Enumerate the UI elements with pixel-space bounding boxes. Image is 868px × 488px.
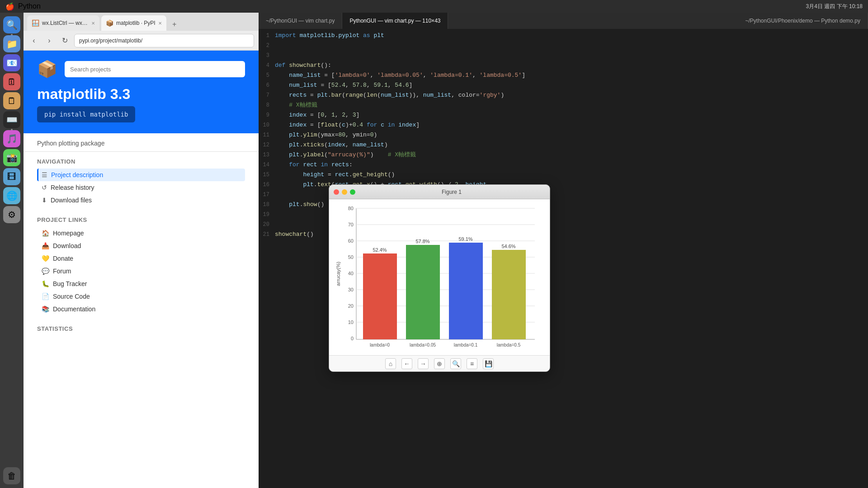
browser-toolbar: ‹ › ↻ [24, 31, 259, 51]
svg-text:59.1%: 59.1% [458, 236, 472, 242]
svg-text:52.4%: 52.4% [373, 247, 387, 253]
dock-safari[interactable]: 🌐 [3, 187, 20, 204]
svg-text:54.6%: 54.6% [501, 244, 515, 249]
dock-trash[interactable]: 🗑 [3, 467, 20, 484]
project-link-donate[interactable]: 💛 Donate [37, 252, 245, 265]
fig-zoom-button[interactable]: 🔍 [450, 358, 461, 369]
link-icon-source-code: 📄 [42, 293, 49, 300]
figure-close-button[interactable] [334, 189, 339, 195]
url-bar[interactable] [74, 34, 254, 47]
browser-panel: 🪟 wx.ListCtrl — wxPython Phoe... ✕ 📦 mat… [24, 13, 259, 488]
project-link-homepage[interactable]: 🏠 Homepage [37, 227, 245, 239]
editor-tabs-bar: ~/PythonGUI — vim chart.py PythonGUI — v… [259, 13, 868, 29]
editor-tab-3[interactable]: ~/PythonGUI/Phoenix/demo — Python demo.p… [738, 13, 868, 29]
link-label-forum: Forum [53, 267, 71, 275]
figure-title: Figure 1 [358, 189, 545, 195]
fig-home-button[interactable]: ⌂ [385, 358, 396, 369]
dock-calendar[interactable]: 🗓 [3, 73, 20, 90]
dock-settings[interactable]: ⚙ [3, 206, 20, 223]
project-link-source-code[interactable]: 📄 Source Code [37, 290, 245, 303]
dock-notes[interactable]: 🗒 [3, 92, 20, 109]
pypi-navigation-section: Navigation ☰ Project description ↺ Relea… [24, 152, 259, 210]
code-line-10: 10 index = [float(c)+0.4 for c in index] [259, 120, 868, 130]
pypi-description: Python plotting package [24, 133, 259, 152]
project-link-download[interactable]: 📥 Download [37, 239, 245, 252]
browser-tabs-bar: 🪟 wx.ListCtrl — wxPython Phoe... ✕ 📦 mat… [24, 13, 259, 31]
pypi-header: 📦 matplotlib 3.3 pip install matplotlib [24, 51, 259, 133]
bar-lambda-0 [363, 253, 397, 339]
dock-finder[interactable]: 🔍 [3, 16, 20, 33]
project-link-documentation[interactable]: 📚 Documentation [37, 303, 245, 315]
figure-minimize-button[interactable] [342, 189, 347, 195]
link-label-homepage: Homepage [53, 230, 84, 237]
bar-lambda-05 [492, 250, 526, 339]
xlabel-lambda05: lambda=0.5 [497, 343, 521, 347]
dock-music[interactable]: 🎵 [3, 130, 20, 147]
xlabel-lambda0: lambda=0 [370, 343, 390, 347]
back-button[interactable]: ‹ [28, 35, 40, 47]
fig-save-button[interactable]: 💾 [483, 358, 494, 369]
nav-icon-release-history: ↺ [42, 184, 47, 191]
link-icon-documentation: 📚 [42, 305, 49, 313]
nav-icon-download-files: ⬇ [42, 197, 47, 204]
dock-folder[interactable]: 📁 [3, 35, 20, 52]
pypi-pip-command[interactable]: pip install matplotlib [37, 106, 135, 122]
figure-maximize-button[interactable] [350, 189, 355, 195]
editor-tab-1[interactable]: ~/PythonGUI — vim chart.py [259, 13, 342, 29]
tab-close-1[interactable]: ✕ [91, 21, 95, 26]
code-line-9: 9 index = [0, 1, 2, 3] [259, 110, 868, 120]
nav-item-release-history[interactable]: ↺ Release history [37, 181, 245, 194]
pypi-nav-title: Navigation [37, 158, 245, 165]
tab-close-2[interactable]: ✕ [158, 21, 162, 26]
pypi-project-links-section: Project links 🏠 Homepage 📥 Download 💛 Do… [24, 210, 259, 319]
link-icon-homepage: 🏠 [42, 230, 49, 237]
tab-title-2: matplotlib · PyPI [116, 20, 156, 26]
link-label-download: Download [53, 242, 81, 249]
link-icon-bug-tracker: 🐛 [42, 280, 49, 287]
link-icon-forum: 💬 [42, 267, 49, 275]
pypi-search-input[interactable] [65, 61, 245, 77]
svg-text:57.8%: 57.8% [415, 239, 429, 244]
pypi-logo: 📦 [37, 60, 57, 79]
editor-tab-2[interactable]: PythonGUI — vim chart.py — 110×43 [342, 13, 448, 29]
code-line-5: 5 name_list = ['lambda=0', 'lambda=0.05'… [259, 70, 868, 80]
nav-label-release-history: Release history [51, 184, 94, 191]
figure-toolbar: ⌂ ← → ⊕ 🔍 ≡ 💾 [329, 355, 550, 371]
nav-item-download-files[interactable]: ⬇ Download files [37, 194, 245, 206]
right-panel: ~/PythonGUI — vim chart.py PythonGUI — v… [259, 13, 868, 488]
browser-tab-wxpython[interactable]: 🪟 wx.ListCtrl — wxPython Phoe... ✕ [27, 15, 99, 31]
fig-config-button[interactable]: ≡ [467, 358, 477, 369]
bar-lambda-005 [406, 245, 440, 339]
pypi-statistics-section: Statistics [24, 319, 259, 339]
link-icon-download: 📥 [42, 242, 49, 249]
dock-mail[interactable]: 📧 [3, 54, 20, 71]
project-link-bug-tracker[interactable]: 🐛 Bug Tracker [37, 277, 245, 290]
pypi-project-links-title: Project links [37, 216, 245, 223]
code-line-8: 8 # X軸標籤 [259, 100, 868, 110]
dock-photos[interactable]: 📸 [3, 149, 20, 166]
new-tab-button[interactable]: + [168, 18, 181, 31]
pypi-package-title: matplotlib 3.3 [37, 86, 245, 103]
link-icon-donate: 💛 [42, 255, 49, 262]
forward-button[interactable]: › [43, 35, 55, 47]
svg-text:10: 10 [348, 319, 354, 325]
dock-editor[interactable]: ⌨️ [3, 111, 20, 128]
nav-label-project-description: Project description [51, 171, 103, 178]
project-link-forum[interactable]: 💬 Forum [37, 265, 245, 277]
fig-back-button[interactable]: ← [401, 358, 412, 369]
fig-forward-button[interactable]: → [418, 358, 429, 369]
bar-chart-svg: 80 70 60 50 40 [334, 204, 545, 353]
y-axis-label: arrucay(%) [335, 262, 341, 286]
dock-videos[interactable]: 🎞 [3, 168, 20, 185]
xlabel-lambda01: lambda=0.1 [454, 343, 478, 347]
nav-label-download-files: Download files [51, 197, 92, 204]
figure-titlebar: Figure 1 [329, 185, 550, 199]
reload-button[interactable]: ↻ [59, 35, 71, 47]
fig-pan-button[interactable]: ⊕ [434, 358, 445, 369]
editor-tab-label-2: PythonGUI — vim chart.py — 110×43 [349, 18, 440, 24]
code-line-2: 2 [259, 41, 868, 51]
browser-tab-matplotlib[interactable]: 📦 matplotlib · PyPI ✕ [101, 15, 166, 31]
code-line-11: 11 plt.ylim(ymax=80, ymin=0) [259, 130, 868, 140]
tab-favicon-1: 🪟 [32, 19, 39, 27]
nav-item-project-description[interactable]: ☰ Project description [37, 169, 245, 181]
